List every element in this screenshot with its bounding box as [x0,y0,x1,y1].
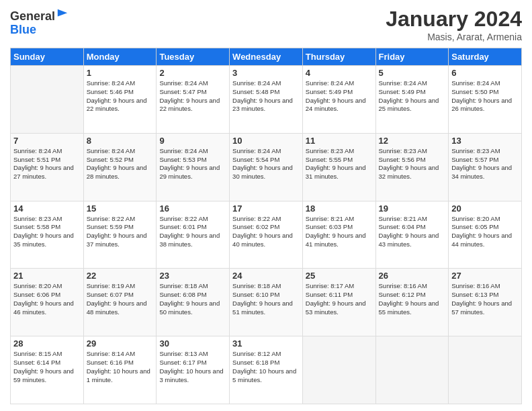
day-detail: Sunrise: 8:23 AM Sunset: 5:56 PM Dayligh… [379,147,446,181]
day-detail: Sunrise: 8:17 AM Sunset: 6:11 PM Dayligh… [306,282,373,316]
day-detail: Sunrise: 8:24 AM Sunset: 5:49 PM Dayligh… [379,79,446,113]
calendar-day-cell: 7Sunrise: 8:24 AM Sunset: 5:51 PM Daylig… [11,133,84,201]
calendar-day-cell: 4Sunrise: 8:24 AM Sunset: 5:49 PM Daylig… [302,66,375,134]
calendar-day-cell: 16Sunrise: 8:22 AM Sunset: 6:01 PM Dayli… [157,201,230,269]
calendar-day-cell [375,336,449,404]
day-number: 24 [232,271,300,281]
day-detail: Sunrise: 8:24 AM Sunset: 5:52 PM Dayligh… [87,147,154,181]
calendar-day-cell: 20Sunrise: 8:20 AM Sunset: 6:05 PM Dayli… [449,201,522,269]
day-number: 27 [451,271,519,281]
calendar-day-cell: 21Sunrise: 8:20 AM Sunset: 6:06 PM Dayli… [11,269,84,336]
day-detail: Sunrise: 8:13 AM Sunset: 6:17 PM Dayligh… [159,350,226,384]
weekday-header: Saturday [449,48,522,66]
logo: General Blue [10,9,69,37]
calendar-day-cell: 24Sunrise: 8:18 AM Sunset: 6:10 PM Dayli… [230,269,303,336]
day-detail: Sunrise: 8:20 AM Sunset: 6:05 PM Dayligh… [451,215,519,249]
day-detail: Sunrise: 8:16 AM Sunset: 6:12 PM Dayligh… [379,282,446,316]
day-detail: Sunrise: 8:19 AM Sunset: 6:07 PM Dayligh… [87,282,154,316]
calendar-day-cell: 29Sunrise: 8:14 AM Sunset: 6:16 PM Dayli… [83,336,157,404]
calendar-day-cell: 9Sunrise: 8:24 AM Sunset: 5:53 PM Daylig… [157,133,230,201]
calendar-week-row: 1Sunrise: 8:24 AM Sunset: 5:46 PM Daylig… [11,66,522,134]
calendar-day-cell: 1Sunrise: 8:24 AM Sunset: 5:46 PM Daylig… [83,66,157,134]
day-number: 12 [379,136,446,146]
weekday-header: Wednesday [230,48,303,66]
location: Masis, Ararat, Armenia [386,32,522,42]
day-detail: Sunrise: 8:18 AM Sunset: 6:08 PM Dayligh… [159,282,226,316]
day-detail: Sunrise: 8:24 AM Sunset: 5:48 PM Dayligh… [232,79,300,113]
day-number: 31 [232,338,300,349]
day-detail: Sunrise: 8:24 AM Sunset: 5:47 PM Dayligh… [159,79,226,113]
day-number: 30 [159,338,226,349]
day-detail: Sunrise: 8:22 AM Sunset: 6:01 PM Dayligh… [159,215,226,249]
header: General Blue January 2024 Masis, Ararat,… [10,7,522,42]
calendar-day-cell: 23Sunrise: 8:18 AM Sunset: 6:08 PM Dayli… [157,269,230,336]
calendar-day-cell: 27Sunrise: 8:16 AM Sunset: 6:13 PM Dayli… [449,269,522,336]
day-number: 3 [232,68,300,78]
day-detail: Sunrise: 8:24 AM Sunset: 5:53 PM Dayligh… [159,147,226,181]
day-number: 5 [379,68,446,78]
calendar-day-cell: 8Sunrise: 8:24 AM Sunset: 5:52 PM Daylig… [83,133,157,201]
calendar-day-cell [449,336,522,404]
weekday-header: Monday [83,48,157,66]
day-detail: Sunrise: 8:18 AM Sunset: 6:10 PM Dayligh… [232,282,300,316]
page: General Blue January 2024 Masis, Ararat,… [0,0,532,411]
day-number: 7 [13,136,81,146]
day-number: 13 [451,136,519,146]
calendar-week-row: 14Sunrise: 8:23 AM Sunset: 5:58 PM Dayli… [11,201,522,269]
day-detail: Sunrise: 8:24 AM Sunset: 5:50 PM Dayligh… [451,79,519,113]
day-detail: Sunrise: 8:15 AM Sunset: 6:14 PM Dayligh… [13,350,81,384]
calendar-table: SundayMondayTuesdayWednesdayThursdayFrid… [10,48,522,404]
weekday-header: Tuesday [157,48,230,66]
day-number: 21 [13,271,81,281]
day-number: 23 [159,271,226,281]
day-number: 20 [451,203,519,214]
day-number: 10 [232,136,300,146]
day-number: 2 [159,68,226,78]
day-number: 17 [232,203,300,214]
calendar-week-row: 7Sunrise: 8:24 AM Sunset: 5:51 PM Daylig… [11,133,522,201]
logo-blue-text: Blue [10,24,69,37]
calendar-day-cell: 25Sunrise: 8:17 AM Sunset: 6:11 PM Dayli… [302,269,375,336]
calendar-week-row: 28Sunrise: 8:15 AM Sunset: 6:14 PM Dayli… [11,336,522,404]
calendar-day-cell: 18Sunrise: 8:21 AM Sunset: 6:03 PM Dayli… [302,201,375,269]
day-number: 14 [13,203,81,214]
day-number: 4 [306,68,373,78]
title-block: January 2024 Masis, Ararat, Armenia [386,7,522,42]
calendar-day-cell: 28Sunrise: 8:15 AM Sunset: 6:14 PM Dayli… [11,336,84,404]
logo-text: General [10,9,69,24]
day-number: 8 [87,136,154,146]
day-detail: Sunrise: 8:16 AM Sunset: 6:13 PM Dayligh… [451,282,519,316]
day-number: 9 [159,136,226,146]
calendar-day-cell: 10Sunrise: 8:24 AM Sunset: 5:54 PM Dayli… [230,133,303,201]
calendar-day-cell: 12Sunrise: 8:23 AM Sunset: 5:56 PM Dayli… [375,133,449,201]
day-number: 18 [306,203,373,214]
calendar-day-cell: 26Sunrise: 8:16 AM Sunset: 6:12 PM Dayli… [375,269,449,336]
logo-general: General [10,9,55,23]
month-title: January 2024 [386,7,522,32]
calendar-week-row: 21Sunrise: 8:20 AM Sunset: 6:06 PM Dayli… [11,269,522,336]
day-number: 26 [379,271,446,281]
day-number: 16 [159,203,226,214]
day-number: 25 [306,271,373,281]
day-detail: Sunrise: 8:12 AM Sunset: 6:18 PM Dayligh… [232,350,300,384]
day-detail: Sunrise: 8:24 AM Sunset: 5:54 PM Dayligh… [232,147,300,181]
day-number: 11 [306,136,373,146]
calendar-day-cell: 17Sunrise: 8:22 AM Sunset: 6:02 PM Dayli… [230,201,303,269]
logo-flag-icon [56,8,69,20]
calendar-day-cell: 19Sunrise: 8:21 AM Sunset: 6:04 PM Dayli… [375,201,449,269]
logo-blue: Blue [10,23,36,36]
day-detail: Sunrise: 8:21 AM Sunset: 6:04 PM Dayligh… [379,215,446,249]
day-detail: Sunrise: 8:20 AM Sunset: 6:06 PM Dayligh… [13,282,81,316]
day-detail: Sunrise: 8:24 AM Sunset: 5:46 PM Dayligh… [87,79,154,113]
calendar-day-cell: 6Sunrise: 8:24 AM Sunset: 5:50 PM Daylig… [449,66,522,134]
day-detail: Sunrise: 8:21 AM Sunset: 6:03 PM Dayligh… [306,215,373,249]
weekday-header: Friday [375,48,449,66]
calendar-header-row: SundayMondayTuesdayWednesdayThursdayFrid… [11,48,522,66]
day-detail: Sunrise: 8:23 AM Sunset: 5:55 PM Dayligh… [306,147,373,181]
calendar-day-cell: 5Sunrise: 8:24 AM Sunset: 5:49 PM Daylig… [375,66,449,134]
day-detail: Sunrise: 8:14 AM Sunset: 6:16 PM Dayligh… [87,350,154,384]
calendar-day-cell: 22Sunrise: 8:19 AM Sunset: 6:07 PM Dayli… [83,269,157,336]
calendar-day-cell: 11Sunrise: 8:23 AM Sunset: 5:55 PM Dayli… [302,133,375,201]
calendar-day-cell: 3Sunrise: 8:24 AM Sunset: 5:48 PM Daylig… [230,66,303,134]
weekday-header: Sunday [11,48,84,66]
